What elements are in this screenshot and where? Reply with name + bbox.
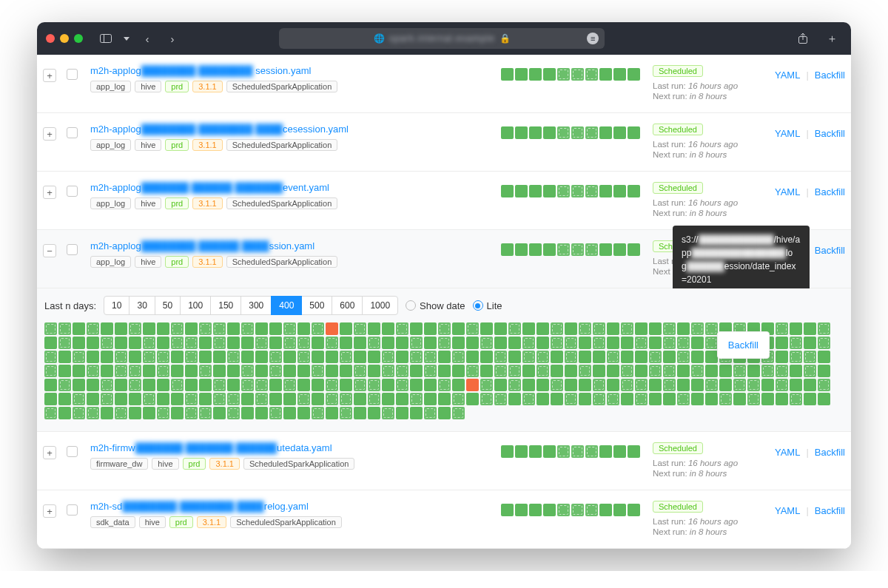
run-cell[interactable] — [585, 445, 598, 458]
day-cell[interactable] — [621, 393, 633, 405]
day-cell[interactable] — [804, 393, 816, 405]
run-cell[interactable] — [543, 68, 556, 81]
day-cell[interactable] — [368, 407, 380, 419]
day-cell[interactable] — [199, 393, 212, 405]
day-cell[interactable] — [87, 365, 99, 377]
day-cell[interactable] — [438, 407, 451, 419]
day-cell[interactable] — [312, 379, 324, 391]
row-checkbox[interactable] — [67, 504, 78, 516]
day-cell[interactable] — [368, 322, 380, 335]
day-cell[interactable] — [382, 365, 394, 377]
day-cell[interactable] — [129, 393, 141, 405]
day-cell[interactable] — [199, 351, 212, 363]
minimize-window-button[interactable] — [60, 34, 69, 43]
show-date-toggle[interactable]: Show date — [406, 300, 465, 311]
day-cell[interactable] — [480, 393, 493, 405]
day-cell[interactable] — [705, 337, 718, 349]
expand-toggle[interactable]: − — [43, 244, 56, 257]
day-cell[interactable] — [691, 379, 704, 391]
day-cell[interactable] — [691, 365, 704, 377]
day-cell[interactable] — [58, 393, 71, 405]
row-checkbox[interactable] — [67, 127, 78, 138]
day-cell[interactable] — [733, 365, 746, 377]
day-cell[interactable] — [579, 365, 591, 377]
tag-ScheduledSparkApplication[interactable]: ScheduledSparkApplication — [243, 458, 355, 470]
day-cell[interactable] — [649, 351, 662, 363]
day-cell[interactable] — [115, 407, 127, 419]
day-cell[interactable] — [101, 393, 113, 405]
day-cell[interactable] — [185, 393, 198, 405]
tag-hive[interactable]: hive — [135, 81, 161, 92]
day-cell[interactable] — [396, 337, 408, 349]
day-cell[interactable] — [129, 365, 141, 377]
run-cell[interactable] — [613, 185, 626, 197]
day-cell[interactable] — [73, 337, 85, 349]
tag-prd[interactable]: prd — [165, 139, 189, 151]
day-cell[interactable] — [283, 337, 296, 349]
day-cell[interactable] — [213, 351, 226, 363]
day-cell[interactable] — [508, 351, 521, 363]
day-cell[interactable] — [438, 322, 451, 335]
run-cell[interactable] — [613, 445, 626, 458]
job-filename[interactable]: m2h-applog████████ ████████ ████cesessio… — [90, 124, 494, 135]
day-cell[interactable] — [143, 365, 155, 377]
days-option-1000[interactable]: 1000 — [362, 296, 398, 315]
day-cell[interactable] — [312, 393, 324, 405]
run-cell[interactable] — [557, 185, 570, 197]
day-cell[interactable] — [171, 337, 184, 349]
day-cell[interactable] — [424, 393, 437, 405]
day-cell[interactable] — [424, 337, 437, 349]
run-cell[interactable] — [515, 185, 528, 197]
run-cell[interactable] — [571, 504, 584, 516]
day-cell[interactable] — [255, 407, 268, 419]
run-cell[interactable] — [529, 126, 542, 139]
day-cell[interactable] — [480, 365, 493, 377]
day-cell[interactable] — [551, 337, 563, 349]
day-cell[interactable] — [354, 365, 366, 377]
tag-ScheduledSparkApplication[interactable]: ScheduledSparkApplication — [226, 197, 338, 209]
day-cell[interactable] — [185, 379, 198, 391]
day-cell[interactable] — [382, 407, 394, 419]
job-filename[interactable]: m2h-applog███████ ██████ ███████event.ya… — [90, 182, 494, 193]
run-cell[interactable] — [557, 504, 570, 516]
run-cell[interactable] — [599, 126, 612, 139]
job-filename[interactable]: m2h-applog████████ ██████ ████ssion.yaml — [90, 240, 494, 251]
day-cell[interactable] — [185, 351, 198, 363]
days-option-100[interactable]: 100 — [180, 296, 211, 315]
row-checkbox[interactable] — [67, 186, 78, 197]
day-cell[interactable] — [452, 365, 465, 377]
day-cell[interactable] — [283, 393, 296, 405]
day-cell[interactable] — [368, 337, 380, 349]
day-cell[interactable] — [101, 337, 113, 349]
days-option-500[interactable]: 500 — [301, 296, 332, 315]
day-cell[interactable] — [382, 379, 394, 391]
day-cell[interactable] — [607, 337, 619, 349]
reader-mode-icon[interactable]: ≡ — [587, 33, 599, 44]
day-cell[interactable] — [199, 407, 212, 419]
day-cell[interactable] — [340, 365, 352, 377]
day-cell[interactable] — [44, 322, 57, 335]
day-cell[interactable] — [115, 337, 127, 349]
day-cell[interactable] — [185, 337, 198, 349]
day-cell[interactable] — [73, 365, 85, 377]
day-cell[interactable] — [87, 407, 99, 419]
yaml-link[interactable]: YAML — [775, 447, 800, 458]
day-cell[interactable] — [101, 407, 113, 419]
day-cell[interactable] — [551, 322, 563, 335]
day-cell[interactable] — [312, 365, 324, 377]
day-cell[interactable] — [326, 379, 338, 391]
run-cell[interactable] — [529, 68, 542, 81]
day-cell[interactable] — [804, 379, 816, 391]
day-cell[interactable] — [776, 337, 788, 349]
tag-3.1.1[interactable]: 3.1.1 — [209, 458, 239, 470]
day-cell[interactable] — [466, 365, 479, 377]
day-cell[interactable] — [340, 322, 352, 335]
day-cell[interactable] — [494, 351, 507, 363]
day-cell[interactable] — [663, 322, 676, 335]
day-cell[interactable] — [719, 379, 732, 391]
day-cell[interactable] — [466, 322, 479, 335]
day-cell[interactable] — [354, 351, 366, 363]
day-cell[interactable] — [241, 351, 254, 363]
share-icon[interactable] — [793, 29, 813, 48]
day-cell[interactable] — [494, 365, 507, 377]
